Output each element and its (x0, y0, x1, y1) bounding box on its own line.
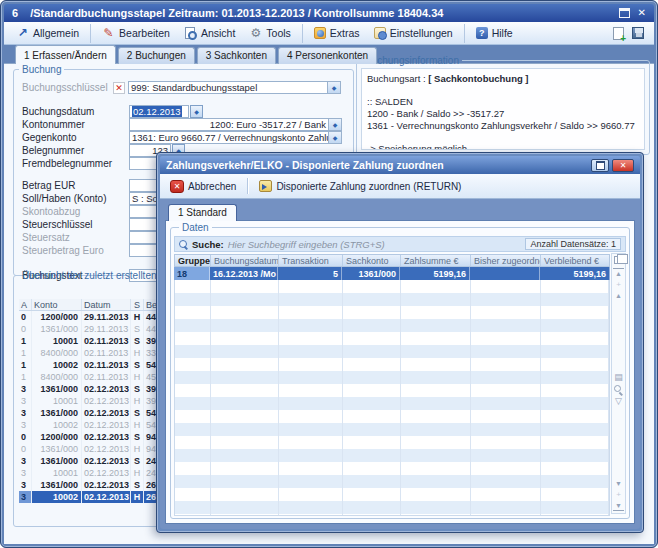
tab-sachkonten[interactable]: 3 Sachkonten (197, 47, 276, 64)
view-icon (184, 27, 197, 40)
window-title: /Standardbuchungsstapel Zeitraum: 01.201… (30, 7, 606, 19)
help-icon (476, 27, 488, 39)
menu-item-allgemein[interactable]: Allgemein (9, 24, 91, 43)
chevron-down-icon[interactable]: ◆ (327, 82, 340, 93)
belegnummer-label: Belegnummer (22, 145, 129, 156)
steuersatz-label: Steuersatz (22, 232, 129, 243)
search-placeholder: Hier Suchbegriff eingeben (STRG+S) (228, 239, 385, 250)
daten-legend: Daten (179, 222, 212, 233)
copy-icon[interactable] (614, 256, 623, 264)
dialog-toolbar: Abbrechen Disponierte Zahlung zuordnen (… (160, 174, 640, 199)
gear-icon (249, 27, 262, 40)
date-spinner-icon[interactable]: ◆ (190, 105, 203, 118)
chevron-down-icon[interactable]: ◆ (328, 119, 341, 130)
maximize-icon[interactable] (619, 8, 630, 18)
insert-icon[interactable]: + (613, 281, 624, 288)
menubar: Allgemein Bearbeiten Ansicht Tools Extra… (4, 22, 654, 45)
scroll-top-icon[interactable]: ▲ (613, 268, 624, 277)
scroll-down-icon[interactable]: ▼ (613, 480, 624, 487)
new-document-icon[interactable] (613, 27, 624, 40)
gegenkonto-select[interactable]: 1361: Euro 9660.77 / Verrechnungskonto Z… (129, 131, 342, 144)
extras-icon (314, 27, 326, 39)
steuerbetrag-label: Steuerbetrag Euro (22, 245, 129, 256)
scroll-bottom-icon[interactable]: ▼ (613, 502, 624, 511)
gegenkonto-label: Gegenkonto (22, 132, 129, 143)
clear-icon[interactable] (113, 82, 125, 94)
window-number: 6 (12, 7, 18, 19)
close-icon[interactable]: ✕ (638, 8, 646, 18)
tab-personenkonten[interactable]: 4 Personenkonten (278, 47, 377, 64)
save-icon[interactable] (632, 27, 644, 39)
buchungsinfo-group: Buchungsinformation Buchungsart : [ Sach… (356, 55, 650, 155)
dialog-body: 1 Standard Daten Suche: Hier Suchbegriff… (160, 199, 640, 529)
betrag-label: Betrag EUR (22, 180, 129, 191)
settings-icon (374, 27, 386, 39)
skontoabzug-label: Skontoabzug (22, 206, 129, 217)
kontonummer-select[interactable]: 1200: Euro -3517.27 / Bank ◆ (129, 118, 342, 131)
menu-item-ansicht[interactable]: Ansicht (177, 24, 242, 43)
tab-standard[interactable]: 1 Standard (168, 204, 237, 221)
assign-icon (259, 180, 272, 192)
daten-group: Daten Suche: Hier Suchbegriff eingeben (… (170, 222, 630, 519)
buchungsdatum-field[interactable]: 02.12.2013 (129, 105, 189, 118)
abort-icon (170, 180, 184, 193)
search-icon (179, 240, 188, 249)
steuerschluessel-label: Steuerschlüssel (22, 219, 129, 230)
window-controls: ✕ (619, 8, 646, 18)
toolbar-right (613, 27, 649, 40)
buchungsart-label: Buchungsart : (367, 73, 428, 84)
grid-empty-rows (174, 280, 610, 516)
menu-item-extras[interactable]: Extras (307, 24, 367, 43)
abort-button[interactable]: Abbrechen (165, 179, 241, 194)
buchungsinfo-text: Buchungsart : [ Sachkontobuchung ] :: SA… (361, 68, 645, 150)
chevron-down-icon[interactable]: ◆ (328, 132, 341, 143)
selected-date: 02.12.2013 (132, 106, 182, 117)
record-count: Anzahl Datensätze: 1 (525, 238, 621, 250)
dialog-panel: Daten Suche: Hier Suchbegriff eingeben (… (165, 220, 635, 524)
grid-row-selected[interactable]: 18 16.12.2013 /Mo 5 1361/000 5199,16 519… (174, 267, 610, 280)
columns-icon[interactable]: ▤ (613, 374, 624, 381)
search-grid-icon[interactable] (614, 385, 623, 394)
buchungsdatum-label: Buchungsdatum (22, 106, 129, 117)
dialog-close-icon[interactable]: ✕ (612, 159, 634, 172)
sollhaben-label: Soll/Haben (Konto) (22, 193, 129, 204)
dialog-titlebar: Zahlungsverkehr/ELKO - Disponierte Zahlu… (160, 156, 640, 174)
tab-buchungen[interactable]: 2 Buchungen (118, 47, 195, 64)
app-window: 6 /Standardbuchungsstapel Zeitraum: 01.2… (0, 0, 658, 548)
menu-item-bearbeiten[interactable]: Bearbeiten (95, 24, 177, 43)
scroll-up-icon[interactable]: ▲ (613, 292, 624, 299)
search-bar[interactable]: Suche: Hier Suchbegriff eingeben (STRG+S… (174, 236, 626, 252)
buchungsart-value: [ Sachkontobuchung ] (428, 73, 528, 84)
kontonummer-label: Kontonummer (22, 119, 129, 130)
grid-header: Gruppe Buchungsdatum Transaktion Sachkon… (174, 254, 610, 267)
append-icon[interactable]: + (613, 491, 624, 498)
dialog-title: Zahlungsverkehr/ELKO - Disponierte Zahlu… (166, 159, 591, 171)
buchungsschluessel-select[interactable]: 999: Standardbuchungsstapel ◆ (128, 81, 341, 94)
fremdbelegnummer-label: Fremdbelegnummer (22, 158, 129, 169)
toolbar-separator (247, 178, 248, 194)
pencil-icon (102, 27, 115, 40)
menu-item-einstellungen[interactable]: Einstellungen (367, 24, 465, 43)
arrow-up-right-icon (16, 27, 29, 40)
menu-item-tools[interactable]: Tools (242, 24, 303, 43)
assign-button[interactable]: Disponierte Zahlung zuordnen (RETURN) (254, 179, 466, 193)
filter-icon[interactable]: ▽ (613, 398, 624, 405)
search-label: Suche: (192, 239, 224, 250)
payments-grid: Gruppe Buchungsdatum Transaktion Sachkon… (174, 254, 610, 516)
menu-item-hilfe[interactable]: Hilfe (469, 24, 520, 43)
main-tabs: 1 Erfassen/Ändern 2 Buchungen 3 Sachkont… (4, 45, 377, 64)
titlebar: 6 /Standardbuchungsstapel Zeitraum: 01.2… (4, 4, 654, 22)
buchung-legend: Buchung (19, 64, 64, 75)
tab-erfassen-aendern[interactable]: 1 Erfassen/Ändern (15, 45, 116, 64)
grid-side-toolbar: ▲ + ▲ ▤ ▽ ▼ + ▼ (611, 253, 626, 514)
dialog-zahlungsverkehr: Zahlungsverkehr/ELKO - Disponierte Zahlu… (156, 152, 644, 533)
dialog-controls: ✕ (591, 159, 634, 172)
dialog-maximize-icon[interactable] (591, 159, 609, 172)
buchungsschluessel-label: Buchungsschlüssel (22, 82, 110, 93)
